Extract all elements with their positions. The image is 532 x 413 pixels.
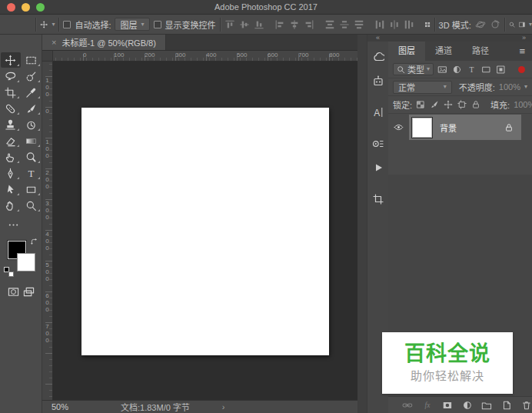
lock-position-icon[interactable] xyxy=(444,100,453,109)
filter-type-dropdown[interactable]: 类型 ▾ xyxy=(393,63,434,75)
align-right-icon[interactable] xyxy=(304,19,314,30)
shapes-panel[interactable] xyxy=(368,48,388,66)
tab-paths[interactable]: 路径 xyxy=(462,42,499,61)
move-tool[interactable] xyxy=(1,52,21,68)
fill-field[interactable]: 100% xyxy=(514,100,532,109)
auto-select-checkbox[interactable] xyxy=(63,21,71,28)
character-panel[interactable]: A xyxy=(368,103,388,122)
align-middle-icon[interactable] xyxy=(239,19,250,30)
shape-tool[interactable] xyxy=(22,182,42,197)
dist-bottom-icon[interactable] xyxy=(354,19,364,30)
screen-mode-button[interactable] xyxy=(21,285,36,298)
filter-type-icon[interactable]: T xyxy=(467,65,477,75)
layer-thumbnail[interactable] xyxy=(412,118,432,138)
filter-toggle-light[interactable] xyxy=(518,66,525,73)
hand-tool[interactable] xyxy=(1,198,21,213)
dist-center-icon[interactable] xyxy=(389,19,400,30)
lock-artboard-icon[interactable] xyxy=(457,100,467,109)
lock-transparent-icon[interactable] xyxy=(416,100,425,109)
layer-row-selected[interactable]: 背景 xyxy=(409,115,521,140)
paragraph-panel[interactable] xyxy=(368,135,388,153)
align-bottom-icon[interactable] xyxy=(254,19,264,30)
document-tab[interactable]: × 未标题-1 @ 50%(RGB/8) xyxy=(42,35,166,50)
dodge-tool[interactable] xyxy=(22,149,42,165)
swap-colors-icon[interactable] xyxy=(30,238,38,246)
zoom-tool[interactable] xyxy=(22,198,42,213)
orbit-3d-icon[interactable] xyxy=(475,19,486,30)
minimize-window-button[interactable] xyxy=(22,3,30,12)
dist-top-icon[interactable] xyxy=(324,19,335,30)
properties-panel[interactable] xyxy=(368,190,388,208)
brush-tool[interactable] xyxy=(22,101,42,116)
panel-menu-icon[interactable]: ≡ xyxy=(512,42,532,61)
background-color-swatch[interactable] xyxy=(17,253,35,271)
crop-tool[interactable] xyxy=(1,85,21,100)
quick-select-tool[interactable] xyxy=(22,68,42,84)
show-transform-checkbox[interactable] xyxy=(154,21,161,28)
align-center-icon[interactable] xyxy=(289,19,300,30)
distribute-grid-icon[interactable] xyxy=(424,19,431,30)
link-layers-icon[interactable] xyxy=(402,400,413,411)
filter-adjustment-icon[interactable] xyxy=(452,65,462,75)
healing-tool[interactable] xyxy=(1,101,21,116)
history-brush-tool[interactable] xyxy=(22,117,42,132)
tab-channels[interactable]: 通道 xyxy=(425,42,462,61)
current-tool-icon[interactable] xyxy=(40,18,48,32)
smudge-tool[interactable] xyxy=(1,149,21,165)
spin-3d-icon[interactable] xyxy=(490,19,500,30)
eraser-tool[interactable] xyxy=(1,133,21,148)
type-tool[interactable]: T xyxy=(22,165,42,181)
blend-mode-dropdown[interactable]: 正常 ▾ xyxy=(393,81,452,94)
layer-mask-icon[interactable] xyxy=(442,400,453,411)
opacity-field[interactable]: 100% xyxy=(499,82,520,92)
expand-panels-icon[interactable]: « xyxy=(367,35,388,42)
dist-left-icon[interactable] xyxy=(374,19,385,30)
lasso-tool[interactable] xyxy=(1,68,21,84)
tool-preset-chevron-icon[interactable]: ▾ xyxy=(52,22,55,28)
zoom-window-button[interactable] xyxy=(36,3,45,12)
vertical-ruler[interactable]: 1000100200300400500600700 xyxy=(42,62,53,400)
actions-panel[interactable] xyxy=(368,158,388,177)
path-select-tool[interactable] xyxy=(1,182,21,197)
canvas-pasteboard[interactable] xyxy=(53,62,357,400)
adjustments-panel[interactable] xyxy=(368,72,388,90)
status-chevron-icon[interactable]: › xyxy=(222,402,225,411)
tab-close-icon[interactable]: × xyxy=(52,38,56,47)
marquee-tool[interactable] xyxy=(22,52,42,68)
tab-layers[interactable]: 图层 xyxy=(388,42,425,61)
filter-smart-icon[interactable] xyxy=(496,65,506,75)
delete-layer-icon[interactable] xyxy=(521,400,532,411)
zoom-level-field[interactable]: 50% xyxy=(52,402,121,411)
collapse-panels-icon[interactable]: » xyxy=(388,35,532,42)
visibility-eye-icon[interactable] xyxy=(394,122,404,132)
layer-style-fx-icon[interactable]: fx xyxy=(422,400,433,411)
align-left-icon[interactable] xyxy=(274,19,285,30)
lock-all-icon[interactable] xyxy=(471,100,480,109)
filter-pixel-icon[interactable] xyxy=(437,65,447,75)
eyedropper-tool[interactable] xyxy=(22,85,42,100)
document-canvas[interactable] xyxy=(81,108,329,355)
gradient-tool[interactable] xyxy=(22,133,42,148)
layer-row[interactable]: 背景 xyxy=(388,115,532,140)
filter-shape-icon[interactable] xyxy=(481,65,491,75)
align-top-icon[interactable] xyxy=(224,19,235,30)
workspace-switcher-icon[interactable] xyxy=(519,19,525,30)
workspace-chevron-icon[interactable]: ▾ xyxy=(529,22,532,28)
auto-select-dropdown[interactable]: 图层 ▾ xyxy=(115,18,149,31)
edit-toolbar-button[interactable] xyxy=(3,219,23,230)
dist-right-icon[interactable] xyxy=(404,19,414,30)
default-colors-icon[interactable] xyxy=(4,267,14,277)
quick-mask-button[interactable] xyxy=(5,285,21,298)
pen-tool[interactable] xyxy=(1,165,21,181)
lock-paint-icon[interactable] xyxy=(430,100,439,109)
horizontal-ruler[interactable]: 0100200300400500600700800 xyxy=(53,51,357,62)
adjustment-layer-icon[interactable] xyxy=(462,400,473,411)
clone-stamp-tool[interactable] xyxy=(1,117,21,132)
dist-middle-icon[interactable] xyxy=(339,19,350,30)
close-window-button[interactable] xyxy=(7,3,15,12)
chevron-down-icon[interactable]: ▾ xyxy=(524,84,527,90)
search-icon[interactable] xyxy=(509,19,515,30)
new-layer-icon[interactable] xyxy=(501,400,512,411)
ruler-label: 600 xyxy=(268,52,278,58)
layer-group-icon[interactable] xyxy=(481,400,492,411)
